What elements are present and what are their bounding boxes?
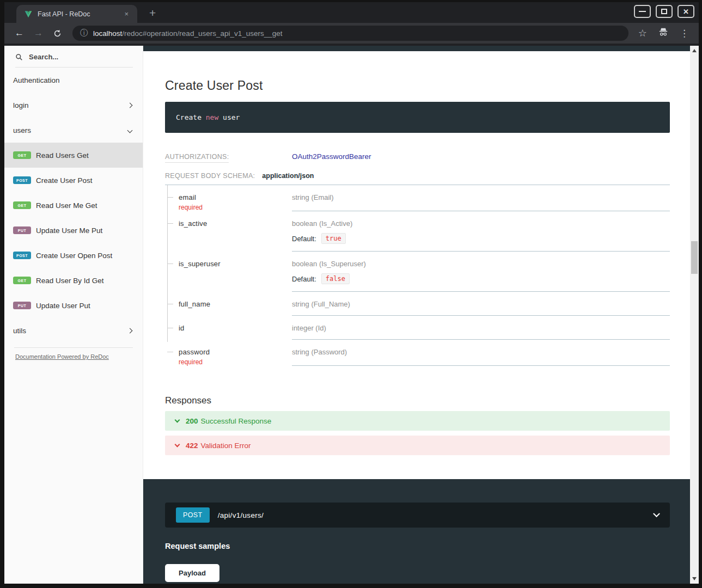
search-icon: [15, 53, 23, 61]
field-name-cell: is_superuser: [167, 252, 292, 292]
maximize-icon: [661, 9, 667, 14]
chevron-down-icon: [653, 510, 660, 517]
reload-button[interactable]: [48, 29, 67, 38]
field-name: id: [179, 324, 292, 332]
scroll-down-arrow[interactable]: [690, 575, 699, 583]
tree-connector: [167, 304, 173, 304]
window-controls: ✕: [634, 5, 694, 18]
sidebar-item-label: Create User Open Post: [36, 252, 112, 260]
response-code: 422: [186, 442, 198, 450]
method-badge-post: POST: [13, 252, 31, 259]
minimize-icon: [639, 11, 646, 12]
sidebar-item-users[interactable]: users: [4, 118, 143, 143]
incognito-icon: [654, 27, 673, 39]
minimize-button[interactable]: [634, 5, 651, 18]
browser-tab[interactable]: Fast API - ReDoc ×: [16, 5, 137, 23]
search-box[interactable]: [15, 50, 133, 68]
sidebar-item-label: Read User By Id Get: [36, 277, 104, 285]
sidebar-item-label: Update User Me Put: [36, 226, 102, 235]
main-panel: Create User Post Create new user AUTHORI…: [143, 46, 690, 584]
chevron-right-icon: [127, 328, 133, 333]
sidebar-item-update-user-put[interactable]: PUT Update User Put: [4, 293, 143, 318]
back-button[interactable]: ←: [10, 28, 29, 39]
method-badge-get: GET: [13, 201, 31, 209]
sidebar-divider: [14, 347, 133, 348]
chevron-right-icon: [127, 102, 133, 108]
field-name: password: [179, 348, 292, 356]
description-code-block: Create new user: [165, 102, 670, 133]
field-name: full_name: [179, 300, 292, 308]
sidebar-item-label: Authentication: [13, 76, 60, 84]
endpoint-dropdown[interactable]: POST /api/v1/users/: [165, 503, 670, 528]
tab-close-icon[interactable]: ×: [121, 9, 132, 19]
default-line: Default: true: [292, 233, 670, 244]
method-badge-get: GET: [13, 277, 31, 284]
required-flag: required: [179, 204, 292, 211]
sidebar-item-label: Read User Me Get: [36, 201, 97, 210]
tab-title: Fast API - ReDoc: [38, 10, 121, 18]
operation-doc: Create User Post Create new user AUTHORI…: [143, 51, 690, 455]
field-value-cell: string (Full_Name): [292, 292, 670, 316]
browser-menu-icon[interactable]: ⋮: [675, 28, 693, 39]
page: Authentication login users GET Read User…: [4, 46, 699, 584]
url-host: localhost: [93, 29, 122, 38]
bookmark-star-icon[interactable]: ☆: [634, 27, 651, 39]
code-keyword: new: [206, 113, 218, 121]
maximize-button[interactable]: [656, 5, 673, 18]
field-type: integer (Id): [292, 324, 670, 332]
code-text: Create: [176, 113, 206, 121]
field-row-is-superuser: is_superuser boolean (Is_Superuser) Defa…: [167, 252, 670, 292]
authorizations-label: AUTHORIZATIONS:: [165, 153, 229, 163]
chevron-down-icon: [127, 127, 133, 133]
method-badge-post: POST: [13, 176, 31, 184]
field-type: boolean (Is_Active): [292, 219, 670, 228]
forward-button[interactable]: →: [29, 28, 48, 39]
search-input[interactable]: [28, 52, 120, 62]
previous-section-dark-strip: [143, 46, 690, 51]
sidebar-item-update-user-me-put[interactable]: PUT Update User Me Put: [4, 218, 143, 243]
sidebar: Authentication login users GET Read User…: [4, 46, 143, 584]
address-bar[interactable]: ⓘ localhost/redoc#operation/read_users_a…: [72, 26, 628, 41]
field-type: string (Full_Name): [292, 300, 670, 308]
response-200-banner[interactable]: 200 Successful Response: [165, 411, 670, 431]
auth-scheme-link[interactable]: OAuth2PasswordBearer: [292, 152, 371, 161]
sidebar-item-read-user-by-id-get[interactable]: GET Read User By Id Get: [4, 268, 143, 293]
response-422-banner[interactable]: 422 Validation Error: [165, 436, 670, 455]
browser-window: Fast API - ReDoc × + ✕ ← → ⓘ localhost/r…: [0, 0, 702, 588]
redoc-attribution-link[interactable]: Documentation Powered by ReDoc: [15, 353, 109, 360]
method-badge-put: PUT: [13, 302, 31, 309]
close-window-button[interactable]: ✕: [677, 5, 694, 18]
tab-strip: Fast API - ReDoc × + ✕: [4, 2, 699, 23]
sidebar-item-authentication[interactable]: Authentication: [4, 68, 143, 93]
request-body-mime: application/json: [262, 172, 314, 180]
site-info-icon[interactable]: ⓘ: [80, 28, 88, 38]
field-value-cell: string (Password): [292, 340, 670, 366]
sidebar-item-create-user-post[interactable]: POST Create User Post: [4, 168, 143, 193]
code-text: user: [218, 113, 240, 121]
default-label: Default:: [292, 235, 316, 243]
new-tab-button[interactable]: +: [146, 7, 159, 20]
sidebar-item-login[interactable]: login: [4, 93, 143, 118]
sidebar-item-create-user-open-post[interactable]: POST Create User Open Post: [4, 243, 143, 268]
field-name: email: [179, 193, 292, 201]
scroll-up-arrow[interactable]: [690, 47, 699, 54]
sidebar-item-label: login: [13, 101, 29, 109]
field-type: string (Password): [292, 348, 670, 356]
sidebar-item-read-user-me-get[interactable]: GET Read User Me Get: [4, 193, 143, 218]
payload-tab[interactable]: Payload: [165, 564, 219, 582]
sidebar-item-read-users-get[interactable]: GET Read Users Get: [4, 143, 143, 168]
responses-heading: Responses: [165, 395, 670, 406]
close-icon: ✕: [683, 8, 689, 15]
field-name-cell: full_name: [167, 292, 292, 316]
chevron-down-icon: [175, 417, 180, 422]
field-name-cell: is_active: [167, 211, 292, 252]
field-value-cell: boolean (Is_Active) Default: true: [292, 211, 670, 252]
tree-connector: [167, 328, 173, 328]
scrollbar-thumb[interactable]: [691, 241, 698, 274]
scrollbar[interactable]: [690, 46, 699, 584]
endpoint-path: /api/v1/users/: [218, 511, 264, 519]
sidebar-item-utils[interactable]: utils: [4, 318, 143, 343]
page-title: Create User Post: [165, 78, 670, 93]
field-row-email: email required string (Email): [167, 185, 670, 211]
schema-fields: email required string (Email) is_active …: [167, 185, 670, 366]
